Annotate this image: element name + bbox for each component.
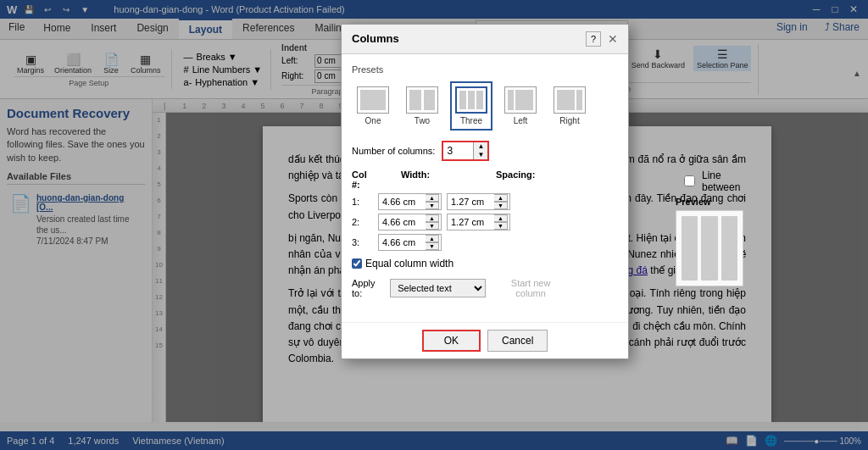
modal-close-button[interactable]: ✕ <box>608 32 618 46</box>
preview-col-3 <box>721 216 737 281</box>
ok-button[interactable]: OK <box>422 330 481 352</box>
apply-to-select[interactable]: Selected text Whole document This sectio… <box>390 279 486 297</box>
ws-width-header: Width: <box>401 169 469 190</box>
preset-right-icon <box>554 86 586 114</box>
ws-width-1[interactable] <box>379 194 426 209</box>
ws-width-2-up[interactable]: ▲ <box>426 214 439 222</box>
equal-cols-row: Equal column width <box>352 258 564 269</box>
num-cols-input[interactable] <box>443 142 473 159</box>
ws-width-2-down[interactable]: ▼ <box>426 222 439 230</box>
num-cols-label: Number of columns: <box>352 146 435 156</box>
ws-spacing-2-spin: ▲ ▼ <box>494 214 508 230</box>
ws-width-2[interactable] <box>379 214 426 230</box>
preset-three-col3 <box>476 91 483 109</box>
ws-spacing-1[interactable] <box>448 194 494 209</box>
preset-left-label: Left <box>514 116 528 125</box>
ws-row-1: 1: ▲ ▼ ▲ <box>352 193 564 210</box>
modal-overlay: Columns ? ✕ Presets One <box>0 0 868 450</box>
modal-body: Presets One Two <box>342 54 628 322</box>
preset-one-col <box>360 90 386 110</box>
ws-width-3-spin: ▲ ▼ <box>426 235 439 250</box>
ws-width-1-wrap: ▲ ▼ <box>378 193 442 210</box>
middle-section: Col #: Width: Spacing: 1: ▲ ▼ <box>352 169 618 305</box>
preview-section: Line between Preview <box>574 169 659 305</box>
apply-row: Apply to: Selected text Whole document T… <box>352 278 564 298</box>
num-cols-spinner: ▲ ▼ <box>473 142 487 159</box>
num-cols-row: Number of columns: ▲ ▼ <box>352 141 618 161</box>
ws-width-2-wrap: ▲ ▼ <box>378 214 442 231</box>
preset-right-wide <box>557 90 575 110</box>
modal-footer: OK Cancel <box>342 322 628 358</box>
num-cols-input-wrap: ▲ ▼ <box>442 141 489 161</box>
modal-title: Columns <box>352 32 399 45</box>
preset-left-wide <box>515 90 533 110</box>
preset-two-col2 <box>424 90 436 110</box>
middle-left: Col #: Width: Spacing: 1: ▲ ▼ <box>352 169 564 305</box>
ws-width-1-up[interactable]: ▲ <box>426 194 439 202</box>
ws-width-3[interactable] <box>379 235 426 250</box>
ws-spacing-2-down[interactable]: ▼ <box>494 222 508 230</box>
equal-col-width-checkbox[interactable] <box>352 258 362 269</box>
preset-three-col1 <box>459 91 466 109</box>
preview-box <box>676 210 743 286</box>
ws-spacing-1-wrap: ▲ ▼ <box>447 193 510 210</box>
modal-header: Columns ? ✕ <box>342 25 628 54</box>
presets-row: One Two <box>352 81 618 131</box>
preview-col-1 <box>682 216 698 281</box>
preset-left[interactable]: Left <box>499 81 542 131</box>
preset-left-narrow <box>508 90 514 110</box>
ws-width-3-down[interactable]: ▼ <box>426 242 439 250</box>
width-spacing-section: Col #: Width: Spacing: 1: ▲ ▼ <box>352 169 564 251</box>
preset-two-icon <box>406 86 438 114</box>
ws-width-1-down[interactable]: ▼ <box>426 202 439 209</box>
num-cols-increment[interactable]: ▲ <box>474 142 487 151</box>
ws-spacing-1-spin: ▲ ▼ <box>494 194 508 209</box>
ws-row-3: 3: ▲ ▼ <box>352 234 564 251</box>
num-cols-decrement[interactable]: ▼ <box>474 151 487 159</box>
preset-left-icon <box>504 86 537 114</box>
preset-right-label: Right <box>559 116 579 125</box>
equal-col-width-label: Equal column width <box>365 258 453 269</box>
ws-col-2-num: 2: <box>352 217 373 227</box>
preset-three-col2 <box>468 91 475 109</box>
ws-width-1-spin: ▲ ▼ <box>426 194 439 209</box>
preview-col-2 <box>701 216 717 281</box>
preset-one-icon <box>357 86 389 114</box>
presets-label: Presets <box>352 64 618 75</box>
presets-section: Presets One Two <box>352 64 618 131</box>
start-new-column-button: Start new column <box>498 278 564 298</box>
ws-col-header: Col #: <box>352 169 377 190</box>
line-between-checkbox[interactable] <box>684 175 695 186</box>
ws-col-3-num: 3: <box>352 237 373 247</box>
preset-right-narrow <box>576 90 582 110</box>
preset-three-icon <box>455 86 487 114</box>
preset-one[interactable]: One <box>352 81 394 131</box>
ws-width-3-up[interactable]: ▲ <box>426 235 439 242</box>
ws-width-3-wrap: ▲ ▼ <box>378 234 442 251</box>
ws-spacing-1-up[interactable]: ▲ <box>494 194 508 202</box>
ws-width-2-spin: ▲ ▼ <box>426 214 439 230</box>
preset-three-label: Three <box>460 116 482 125</box>
apply-to-label: Apply to: <box>352 278 385 298</box>
columns-dialog: Columns ? ✕ Presets One <box>341 24 629 359</box>
ws-spacing-2-up[interactable]: ▲ <box>494 214 508 222</box>
ws-col-1-num: 1: <box>352 197 373 207</box>
preset-two-label: Two <box>415 116 430 125</box>
preset-right[interactable]: Right <box>548 81 591 131</box>
ws-spacing-1-down[interactable]: ▼ <box>494 202 508 209</box>
ws-spacing-2[interactable] <box>448 214 494 230</box>
preset-two-col1 <box>409 90 421 110</box>
ws-header: Col #: Width: Spacing: <box>352 169 564 190</box>
line-between-label: Line between <box>702 169 740 193</box>
ws-row-2: 2: ▲ ▼ ▲ <box>352 214 564 231</box>
ws-spacing-header: Spacing: <box>496 169 564 190</box>
modal-help-button[interactable]: ? <box>586 31 601 47</box>
preset-three[interactable]: Three <box>450 81 492 131</box>
preset-two[interactable]: Two <box>401 81 443 131</box>
cancel-button[interactable]: Cancel <box>487 330 548 352</box>
preset-one-label: One <box>365 116 381 125</box>
ws-spacing-2-wrap: ▲ ▼ <box>447 214 510 231</box>
